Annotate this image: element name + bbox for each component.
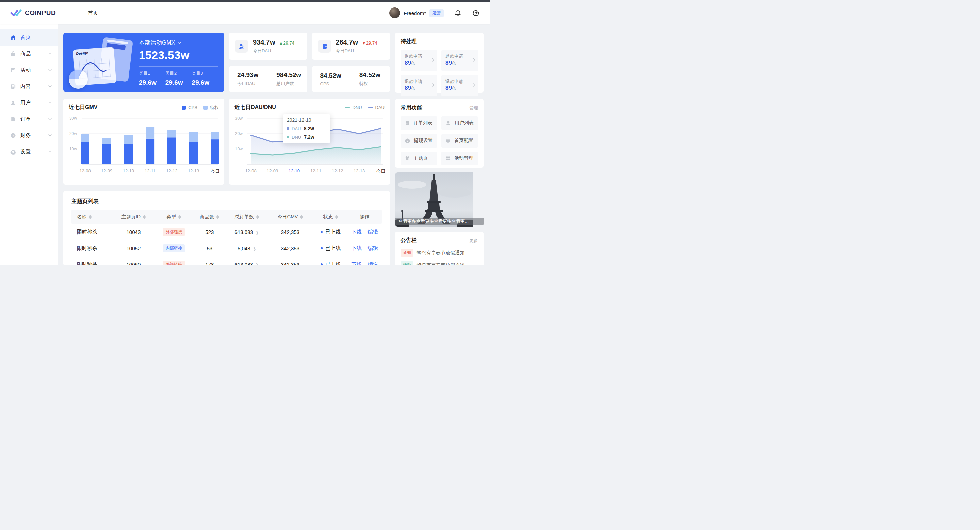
legend-item-dau[interactable]: DAU — [368, 105, 385, 110]
sidebar-item-products[interactable]: 商品 — [0, 46, 57, 62]
edit-link[interactable]: 编辑 — [368, 262, 378, 265]
column-header-type[interactable]: 类型 — [155, 214, 192, 220]
stat-delta-up: ▲29.74 — [279, 40, 294, 46]
cell-type: 内部链接 — [155, 244, 192, 252]
shopping-bag-icon — [10, 51, 16, 57]
quick-activity-management[interactable]: 活动管理 — [441, 152, 478, 165]
svg-text:¥: ¥ — [406, 139, 409, 143]
pending-refund-tile[interactable]: 退款申请 89条 — [401, 75, 437, 96]
quick-homepage-config[interactable]: 首页配置 — [441, 134, 478, 148]
sort-icon — [216, 215, 219, 219]
hero-illustration: Design — [68, 36, 138, 89]
home-icon — [10, 35, 16, 40]
sidebar-item-users[interactable]: 用户 — [0, 95, 57, 111]
column-header-actions: 操作 — [348, 214, 382, 220]
pending-refund-tile[interactable]: 退款申请 89条 — [441, 75, 478, 96]
sidebar-item-content[interactable]: 内容 — [0, 78, 57, 95]
logo-text: COINPUD — [25, 9, 56, 17]
x-axis-label: 12-11 — [145, 168, 156, 173]
gmv-bar-chart: 30w20w10w — [69, 113, 219, 166]
sidebar-item-label: 内容 — [21, 83, 30, 90]
hero-metric-selector[interactable]: 本期活动GMX — [139, 39, 218, 47]
settings-gear-icon[interactable] — [472, 9, 480, 17]
offline-link[interactable]: 下线 — [352, 262, 362, 265]
column-header-orders[interactable]: 总订单数 — [227, 214, 267, 220]
cell-orders[interactable]: 5,048❯ — [227, 246, 267, 251]
column-header-goods[interactable]: 商品数 — [192, 214, 227, 220]
notice-item[interactable]: 活动 蜂鸟有享春节放假通知 — [401, 262, 478, 265]
sort-icon — [300, 215, 303, 219]
pending-refund-tile[interactable]: 退款申请 89条 — [441, 50, 478, 71]
sidebar-item-activities[interactable]: 活动 — [0, 62, 57, 78]
column-header-gmv[interactable]: 今日GMV — [267, 214, 314, 220]
notice-tag: 活动 — [401, 262, 414, 265]
offline-link[interactable]: 下线 — [352, 229, 362, 235]
notice-item[interactable]: 通知 蜂鸟有享春节放假通知 — [401, 249, 478, 257]
x-axis-label: 12-13 — [353, 168, 365, 173]
legend-swatch — [182, 106, 186, 110]
x-axis-label: 12-11 — [310, 168, 321, 173]
cell-type: 外部链接 — [155, 228, 192, 236]
offline-link[interactable]: 下线 — [352, 245, 362, 251]
legend-item-privilege[interactable]: 特权 — [204, 105, 219, 111]
arrow-up-icon: ▲ — [279, 40, 283, 46]
cell-gmv: 342,353 — [267, 229, 314, 235]
cell-status: 已上线 — [313, 229, 347, 235]
panel-title: 待处理 — [401, 38, 417, 45]
svg-text:¥: ¥ — [12, 133, 14, 137]
stat-label: 今日DAU — [253, 48, 294, 54]
chart-title: 近七日GMV — [69, 104, 97, 111]
sidebar-item-settings[interactable]: 设置 — [0, 143, 57, 160]
chevron-down-icon — [48, 117, 52, 121]
table-row: 限时秒杀 10052 内部链接 53 5,048❯ 342,353 已上线 下线… — [72, 240, 382, 256]
user-icon — [445, 121, 451, 126]
promo-banner[interactable]: 查看更多查看更多查看更多查看更... — [395, 172, 484, 227]
more-link[interactable]: 更多 — [469, 238, 478, 244]
legend-item-dnu[interactable]: DNU — [345, 105, 362, 110]
legend-swatch — [204, 106, 208, 110]
cube-icon — [445, 138, 451, 143]
edit-link[interactable]: 编辑 — [368, 229, 378, 235]
cell-actions: 下线编辑 — [348, 262, 382, 265]
cell-orders[interactable]: 613.083❯ — [227, 229, 267, 235]
sidebar-item-home[interactable]: 首页 — [0, 29, 57, 46]
stat-value: 984.52w — [276, 71, 307, 79]
pending-refund-tile[interactable]: 退款申请 89条 — [401, 50, 437, 71]
column-header-status[interactable]: 状态 — [313, 214, 347, 220]
quick-withdraw-settings[interactable]: ¥提现设置 — [401, 134, 437, 148]
cell-id: 10060 — [112, 262, 156, 265]
quick-user-list[interactable]: 用户列表 — [441, 116, 478, 130]
topnav-home[interactable]: 首页 — [88, 10, 98, 16]
username: Freedom* — [404, 10, 426, 16]
notification-bell-icon[interactable] — [454, 9, 462, 17]
column-header-id[interactable]: 主题页ID — [112, 214, 156, 220]
shirt-icon — [404, 156, 410, 161]
sidebar-item-label: 用户 — [21, 100, 30, 106]
logo[interactable]: COINPUD — [10, 9, 56, 17]
chevron-right-icon — [431, 57, 434, 63]
legend-item-cps[interactable]: CPS — [182, 105, 197, 110]
hero-cat-value: 29.6w — [139, 79, 165, 86]
stat-label: 今日DAU — [237, 81, 268, 87]
x-axis-label: 12-08 — [245, 168, 256, 173]
quick-theme-page[interactable]: 主题页 — [401, 152, 437, 165]
chevron-down-icon — [48, 85, 52, 88]
quick-order-list[interactable]: 订单列表 — [401, 116, 437, 130]
cell-orders[interactable]: 613.083❯ — [227, 262, 267, 265]
sidebar-item-orders[interactable]: 订单 — [0, 111, 57, 127]
column-header-name[interactable]: 名称 — [72, 214, 112, 220]
avatar[interactable] — [389, 8, 400, 18]
hero-cat-value: 29.6w — [192, 79, 218, 86]
yen-coin-icon: ¥ — [10, 133, 16, 138]
chart-title: 近七日DAU/DNU — [234, 104, 276, 111]
panel-title: 公告栏 — [401, 237, 417, 244]
pending-panel: 待处理 退款申请 89条 退款申请 89条 退款申请 89条 — [395, 33, 484, 93]
card-stat-icon — [318, 40, 331, 53]
logo-checkmarks-icon — [10, 9, 22, 17]
sidebar-item-finance[interactable]: ¥ 财务 — [0, 127, 57, 143]
legend-swatch — [345, 107, 350, 108]
manage-link[interactable]: 管理 — [469, 105, 478, 111]
sidebar: 首页 商品 活动 内容 用户 订单 ¥ 财务 — [0, 24, 57, 265]
edit-link[interactable]: 编辑 — [368, 245, 378, 251]
panel-title: 常用功能 — [401, 105, 422, 111]
